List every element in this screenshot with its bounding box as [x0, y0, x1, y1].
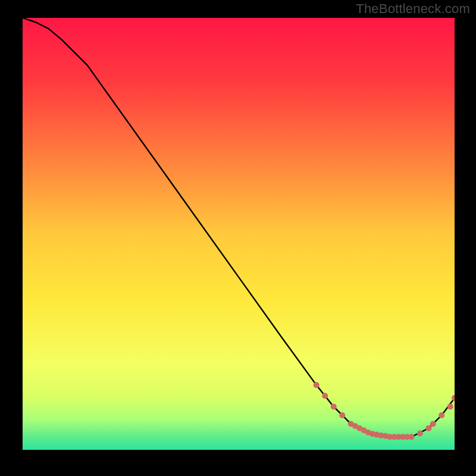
- chart-plot-area: [23, 18, 455, 450]
- marker-dot: [314, 382, 320, 388]
- chart-background: [23, 18, 455, 450]
- marker-dot: [425, 425, 431, 431]
- chart-svg: [23, 18, 455, 450]
- marker-dot: [331, 403, 337, 409]
- marker-dot: [430, 421, 436, 427]
- watermark-label: TheBottleneck.com: [356, 1, 470, 17]
- marker-dot: [439, 412, 444, 418]
- marker-dot: [417, 430, 423, 436]
- chart-frame: TheBottleneck.com: [0, 0, 476, 476]
- marker-dot: [408, 434, 414, 440]
- marker-dot: [447, 403, 453, 409]
- marker-dot: [339, 412, 345, 418]
- marker-dot: [322, 393, 328, 399]
